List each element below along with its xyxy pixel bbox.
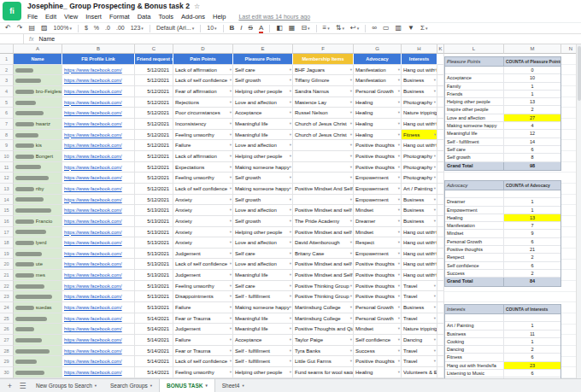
membership-cell[interactable]: Fund seams for wool sauce▾ xyxy=(293,367,354,378)
dropdown-arrow-icon[interactable]: ▾ xyxy=(350,173,352,183)
dropdown-arrow-icon[interactable]: ▾ xyxy=(290,119,291,129)
row-number[interactable]: 5 xyxy=(0,97,14,108)
name-cell[interactable] xyxy=(14,367,62,378)
pleasure-points-cell[interactable]: Making someone happy▾ xyxy=(233,184,293,195)
dropdown-arrow-icon[interactable]: ▾ xyxy=(230,356,232,366)
pivot-row-value[interactable]: 2 xyxy=(504,106,560,113)
dropdown-arrow-icon[interactable]: ▾ xyxy=(290,259,291,269)
column-letter-a[interactable]: A xyxy=(14,44,62,54)
dropdown-arrow-icon[interactable]: ▾ xyxy=(230,237,232,248)
dropdown-arrow-icon[interactable]: ▾ xyxy=(434,75,436,85)
friend-request-date-cell[interactable]: 5/13/2021 xyxy=(135,216,173,227)
row-number[interactable]: 13 xyxy=(0,184,14,195)
tab-menu-arrow-icon[interactable]: ▾ xyxy=(242,383,244,388)
dropdown-arrow-icon[interactable]: ▾ xyxy=(230,140,232,150)
dropdown-arrow-icon[interactable]: ▾ xyxy=(434,237,436,248)
membership-cell[interactable]: ▾ xyxy=(293,151,354,162)
pivot-row-value[interactable]: 10 xyxy=(504,74,560,81)
dropdown-arrow-icon[interactable]: ▾ xyxy=(230,346,232,356)
fb-link-cell[interactable]: https://www.facebook.com/ xyxy=(62,97,135,108)
pivot-row-value[interactable]: 1 xyxy=(504,83,560,90)
pivot-row-value[interactable]: 13 xyxy=(504,214,560,221)
pivot-row-value[interactable]: 7 xyxy=(504,222,560,229)
row-number[interactable]: 8 xyxy=(0,130,14,141)
pain-points-cell[interactable]: Feeling unworthy▾ xyxy=(173,281,233,292)
dropdown-arrow-icon[interactable]: ▾ xyxy=(290,97,291,108)
column-header-interests[interactable]: Interests xyxy=(402,54,437,65)
row-number[interactable]: 14 xyxy=(0,195,14,206)
dropdown-arrow-icon[interactable]: ▾ xyxy=(350,130,352,140)
menu-add-ons[interactable]: Add-ons xyxy=(181,13,205,20)
fb-link-cell[interactable]: https://www.facebook.com/ xyxy=(62,184,135,195)
dropdown-arrow-icon[interactable]: ▾ xyxy=(398,162,400,173)
sheet-tab-bonus-task[interactable]: BONUS TASK▾ xyxy=(159,379,215,392)
facebook-link[interactable]: https://www.facebook.com/ xyxy=(64,208,122,213)
pain-points-cell[interactable]: Feeling unworthy▾ xyxy=(173,367,233,378)
dropdown-arrow-icon[interactable]: ▾ xyxy=(290,108,291,118)
pivot-row-value[interactable]: 11 xyxy=(504,331,560,337)
dropdown-arrow-icon[interactable]: ▾ xyxy=(434,302,436,313)
dropdown-arrow-icon[interactable]: ▾ xyxy=(350,151,352,161)
row-number[interactable]: 11 xyxy=(0,162,14,173)
pivot-row-value[interactable]: 0 xyxy=(504,67,560,73)
dropdown-arrow-icon[interactable]: ▾ xyxy=(230,184,232,194)
row-number[interactable]: 30 xyxy=(0,367,14,378)
advocacy-cell[interactable]: Dreamer▾ xyxy=(354,216,402,227)
interests-cell[interactable]: Art / Painting▾ xyxy=(402,184,437,195)
vertical-scrollbar[interactable] xyxy=(576,44,581,378)
pain-points-cell[interactable]: Lack of self confidence▾ xyxy=(173,259,233,270)
pain-points-cell[interactable]: Fear of affirmation▾ xyxy=(173,86,233,97)
row-number[interactable]: 23 xyxy=(0,291,14,302)
column-letter-k[interactable]: K xyxy=(437,44,444,54)
dropdown-arrow-icon[interactable]: ▾ xyxy=(434,151,436,161)
interests-cell[interactable]: Hang out with fri▾ xyxy=(402,65,437,76)
row-number[interactable]: 1 xyxy=(0,54,14,65)
dropdown-arrow-icon[interactable]: ▾ xyxy=(350,65,352,75)
pleasure-points-cell[interactable]: Meaningful life▾ xyxy=(233,313,293,325)
font-family-button[interactable]: Default (Ari...▾ xyxy=(156,23,194,33)
name-cell[interactable] xyxy=(14,205,62,216)
membership-cell[interactable]: Positive Mindset and self develop▾ xyxy=(293,259,354,270)
friend-request-date-cell[interactable]: 5/13/2021 xyxy=(135,205,173,216)
dropdown-arrow-icon[interactable]: ▾ xyxy=(230,291,232,301)
dropdown-arrow-icon[interactable]: ▾ xyxy=(350,140,352,150)
dropdown-arrow-icon[interactable]: ▾ xyxy=(434,205,436,215)
dropdown-arrow-icon[interactable]: ▾ xyxy=(398,216,400,226)
dropdown-arrow-icon[interactable]: ▾ xyxy=(350,108,352,118)
dropdown-arrow-icon[interactable]: ▾ xyxy=(434,281,436,291)
name-cell[interactable] xyxy=(14,281,62,292)
pivot-row-value[interactable]: 1 xyxy=(504,207,560,214)
interests-cell[interactable]: Photography▾ xyxy=(402,173,437,184)
pivot-row-label[interactable]: Self care xyxy=(445,146,504,153)
dropdown-arrow-icon[interactable]: ▾ xyxy=(290,184,291,194)
dropdown-arrow-icon[interactable]: ▾ xyxy=(398,356,400,366)
column-header-name[interactable]: Name xyxy=(14,54,62,65)
fb-link-cell[interactable]: https://www.facebook.com/ xyxy=(62,205,135,216)
membership-cell[interactable]: Church of Jesus Christ▾ xyxy=(293,130,354,141)
name-cell[interactable] xyxy=(14,227,62,238)
dropdown-arrow-icon[interactable]: ▾ xyxy=(230,108,232,118)
pivot-row-label[interactable]: Meaningful life xyxy=(445,130,504,137)
pivot-row-label[interactable]: Cooking xyxy=(445,338,504,345)
interests-cell[interactable]: Business▾ xyxy=(402,205,437,216)
dropdown-arrow-icon[interactable]: ▾ xyxy=(290,86,291,97)
menu-format[interactable]: Format xyxy=(109,13,130,20)
dropdown-arrow-icon[interactable]: ▾ xyxy=(290,162,291,173)
pleasure-points-cell[interactable]: Helping other people▾ xyxy=(233,367,293,378)
sheet-tab-search-groups[interactable]: Search Groups▾ xyxy=(103,379,159,392)
pain-points-cell[interactable]: Lack of self confidence▾ xyxy=(173,356,233,367)
dropdown-arrow-icon[interactable]: ▾ xyxy=(350,205,352,215)
name-cell[interactable]: lyerd xyxy=(14,237,62,249)
fb-link-cell[interactable]: https://www.facebook.com/ xyxy=(62,237,135,249)
pain-points-cell[interactable]: Disappointments▾ xyxy=(173,291,233,302)
pivot-row-value[interactable]: 6 xyxy=(504,354,560,360)
pivot-row-value[interactable]: 2 xyxy=(504,254,560,260)
pivot-row-label[interactable]: Business xyxy=(445,331,504,337)
pivot-row-label[interactable]: Art / Painting xyxy=(445,322,504,329)
pleasure-points-cell[interactable]: Love and affection▾ xyxy=(233,237,293,249)
last-edit-link[interactable]: Last edit was 14 hours ago xyxy=(238,14,310,20)
dropdown-arrow-icon[interactable]: ▾ xyxy=(350,291,352,301)
pivot-row-label[interactable]: Self - fulfillment xyxy=(445,138,504,145)
advocacy-cell[interactable]: Respect▾ xyxy=(354,237,402,249)
insert-link-button[interactable]: ∞ xyxy=(372,23,377,33)
